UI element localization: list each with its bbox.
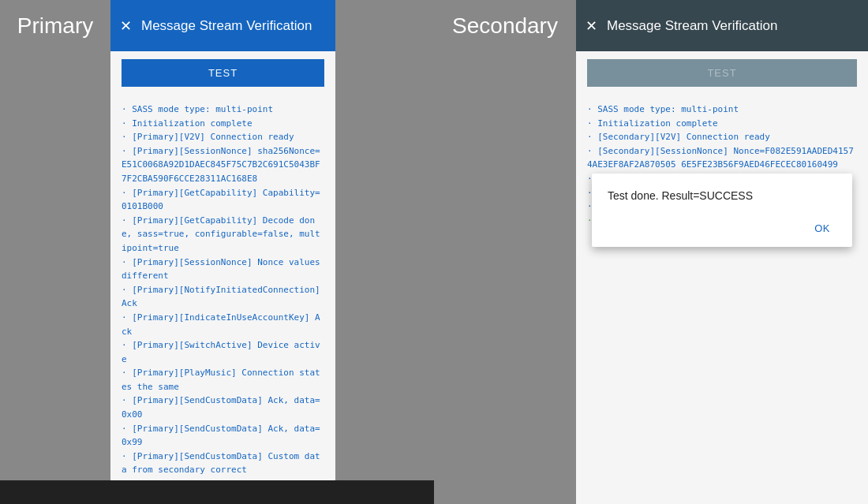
secondary-dialog-title: Message Stream Verification — [607, 18, 777, 34]
alert-actions: OK — [608, 218, 836, 239]
primary-log-area: · SASS mode type: multi-point · Initiali… — [110, 95, 335, 504]
alert-message: Test done. Result=SUCCESS — [608, 189, 836, 202]
left-panel: Primary ✕ Message Stream Verification TE… — [0, 0, 434, 504]
primary-test-button[interactable]: TEST — [122, 59, 324, 87]
primary-log-text: · SASS mode type: multi-point · Initiali… — [122, 103, 324, 491]
primary-close-button[interactable]: ✕ — [120, 19, 132, 33]
right-panel-title-area: Secondary — [434, 0, 576, 51]
secondary-close-button[interactable]: ✕ — [586, 19, 597, 33]
primary-dialog: ✕ Message Stream Verification TEST · SAS… — [110, 0, 335, 504]
right-panel: Secondary ✕ Message Stream Verification … — [434, 0, 868, 504]
left-panel-title-area: Primary — [0, 0, 110, 51]
primary-dialog-title: Message Stream Verification — [141, 18, 312, 34]
secondary-dialog-header: ✕ Message Stream Verification — [576, 0, 868, 51]
secondary-log-area: · SASS mode type: multi-point · Initiali… — [576, 95, 868, 504]
primary-dialog-header: ✕ Message Stream Verification — [110, 0, 335, 51]
secondary-test-button: TEST — [587, 59, 857, 87]
secondary-dialog: ✕ Message Stream Verification TEST · SAS… — [576, 0, 868, 504]
right-panel-title: Secondary — [452, 13, 558, 39]
left-panel-title: Primary — [17, 13, 93, 39]
alert-ok-button[interactable]: OK — [808, 218, 836, 239]
success-alert: Test done. Result=SUCCESS OK — [592, 174, 852, 247]
left-bottom-bar — [0, 480, 434, 504]
